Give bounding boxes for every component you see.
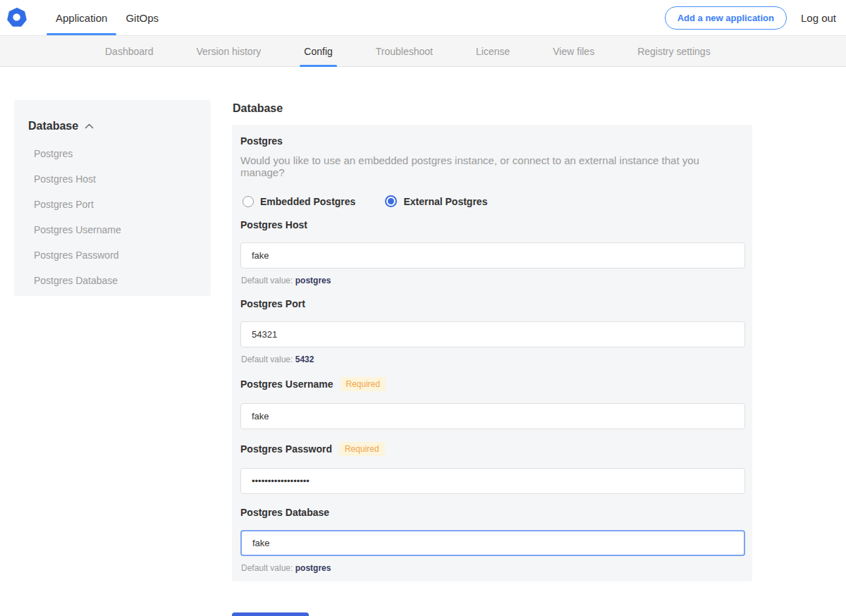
tab-dashboard[interactable]: Dashboard: [101, 36, 158, 66]
top-nav: Application GitOps Add a new application…: [0, 0, 846, 35]
sidebar-item-postgres-database[interactable]: Postgres Database: [28, 275, 197, 286]
postgres-help-text: Would you like to use an embedded postgr…: [240, 154, 745, 178]
postgres-username-input[interactable]: [240, 403, 745, 429]
top-nav-right: Add a new application Log out: [665, 0, 836, 35]
postgres-host-input[interactable]: [240, 242, 745, 269]
tab-view-files[interactable]: View files: [548, 36, 599, 66]
tab-troubleshoot[interactable]: Troubleshoot: [372, 36, 437, 66]
sidebar-item-postgres-username[interactable]: Postgres Username: [28, 224, 197, 235]
tab-license[interactable]: License: [472, 36, 514, 66]
postgres-password-label: Postgres Password: [240, 443, 332, 455]
required-badge: Required: [339, 442, 385, 456]
heptagon-logo-icon: [7, 8, 27, 27]
field-postgres-port: Postgres Port Default value: 5432: [240, 298, 745, 364]
config-sidebar: Database Postgres Postgres Host Postgres…: [14, 100, 211, 296]
radio-embedded-postgres[interactable]: Embedded Postgres: [243, 195, 355, 207]
sidebar-item-postgres-password[interactable]: Postgres Password: [28, 250, 197, 261]
tab-gitops[interactable]: GitOps: [116, 0, 168, 35]
app-logo-icon[interactable]: [7, 8, 27, 27]
app-sub-nav: Dashboard Version history Config Trouble…: [0, 35, 846, 67]
tab-registry-settings[interactable]: Registry settings: [633, 36, 714, 66]
tab-gitops-label: GitOps: [125, 12, 159, 24]
postgres-port-input[interactable]: [240, 321, 745, 347]
tab-application[interactable]: Application: [47, 0, 116, 35]
save-config-button[interactable]: Save config: [232, 612, 309, 616]
radio-selected-icon[interactable]: [385, 195, 397, 207]
postgres-group-label: Postgres: [240, 135, 745, 147]
sidebar-item-postgres[interactable]: Postgres: [28, 148, 197, 159]
add-new-application-button[interactable]: Add a new application: [665, 6, 787, 30]
radio-external-postgres-label: External Postgres: [403, 196, 487, 207]
config-page: Database Postgres Postgres Host Postgres…: [0, 100, 846, 616]
field-postgres-password: Postgres Password Required: [240, 442, 745, 494]
logout-link[interactable]: Log out: [801, 12, 836, 24]
tab-config-label: Config: [304, 46, 332, 57]
field-postgres-host: Postgres Host Default value: postgres: [240, 219, 745, 285]
default-value-text: postgres: [295, 276, 331, 285]
sidebar-item-postgres-host[interactable]: Postgres Host: [28, 173, 197, 185]
tab-application-label: Application: [56, 12, 107, 24]
tab-troubleshoot-label: Troubleshoot: [376, 46, 433, 57]
config-main: Database Postgres Would you like to use …: [232, 100, 752, 616]
postgres-database-label: Postgres Database: [240, 507, 329, 518]
radio-unselected-icon[interactable]: [243, 196, 254, 207]
radio-external-postgres[interactable]: External Postgres: [385, 195, 487, 207]
sidebar-item-list: Postgres Postgres Host Postgres Port Pos…: [28, 148, 197, 286]
postgres-port-label: Postgres Port: [240, 298, 305, 309]
default-value-prefix: Default value:: [241, 276, 293, 285]
postgres-port-default-helper: Default value: 5432: [241, 355, 745, 364]
database-config-panel: Postgres Would you like to use an embedd…: [232, 125, 752, 581]
tab-view-files-label: View files: [553, 46, 594, 57]
tab-registry-settings-label: Registry settings: [637, 46, 710, 57]
postgres-host-label: Postgres Host: [240, 219, 307, 230]
field-postgres-username: Postgres Username Required: [240, 377, 745, 429]
tab-config[interactable]: Config: [300, 36, 336, 66]
postgres-host-default-helper: Default value: postgres: [241, 276, 745, 285]
sidebar-item-postgres-port[interactable]: Postgres Port: [28, 199, 197, 210]
default-value-prefix: Default value:: [241, 563, 293, 573]
top-nav-tabs: Application GitOps: [47, 0, 168, 35]
postgres-database-default-helper: Default value: postgres: [241, 563, 745, 573]
field-postgres-database: Postgres Database Default value: postgre…: [240, 507, 745, 573]
required-badge: Required: [341, 377, 386, 391]
sidebar-group-database-label: Database: [28, 120, 78, 133]
tab-version-history-label: Version history: [197, 46, 262, 57]
tab-version-history[interactable]: Version history: [192, 36, 266, 66]
config-item-postgres: Postgres Would you like to use an embedd…: [240, 135, 745, 207]
tab-dashboard-label: Dashboard: [105, 46, 154, 57]
radio-embedded-postgres-label: Embedded Postgres: [260, 196, 355, 207]
section-title: Database: [233, 102, 752, 115]
postgres-username-label: Postgres Username: [240, 378, 333, 390]
tab-license-label: License: [476, 46, 510, 57]
default-value-text: postgres: [295, 563, 331, 573]
postgres-database-input[interactable]: [240, 530, 745, 556]
default-value-text: 5432: [295, 355, 314, 364]
postgres-radio-group: Embedded Postgres External Postgres: [243, 195, 745, 207]
chevron-up-icon: [85, 123, 94, 129]
default-value-prefix: Default value:: [241, 355, 293, 364]
sidebar-group-database[interactable]: Database: [28, 120, 197, 133]
postgres-password-input[interactable]: [240, 468, 745, 494]
